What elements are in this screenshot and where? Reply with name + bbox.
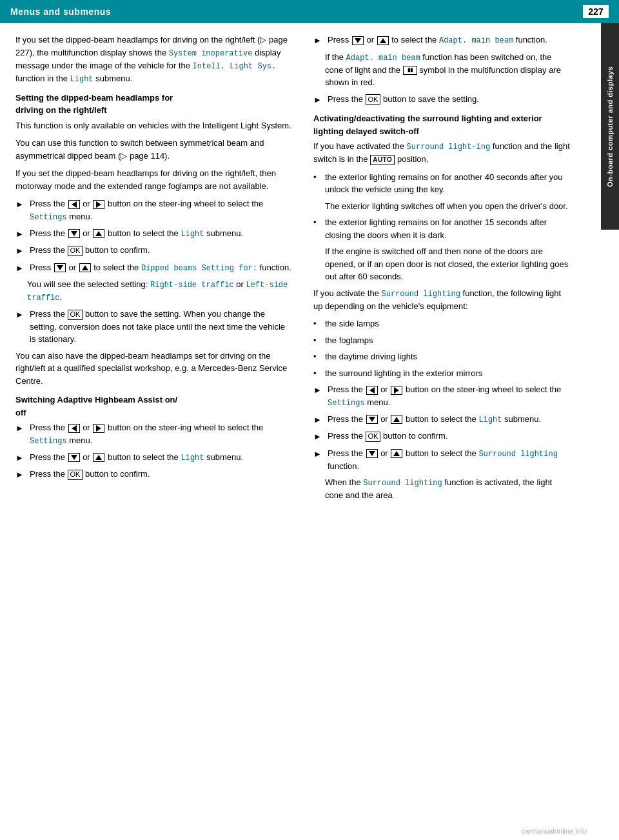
bullet-light-r1: ► Press the or button to select the Ligh… bbox=[313, 413, 571, 426]
section3-p2: If you activate the Surround lighting fu… bbox=[313, 287, 571, 313]
mono-surround-4: Surround lighting bbox=[363, 479, 442, 488]
arrow-icon-r2: ► bbox=[313, 94, 325, 106]
header-title: Menus and submenus bbox=[10, 6, 111, 17]
section1-p1: This function is only available on vehic… bbox=[15, 119, 293, 132]
arrow-icon-r5: ► bbox=[313, 430, 325, 443]
right-button-icon-r1 bbox=[391, 386, 402, 395]
section1-p4: You can also have the dipped-beam headla… bbox=[15, 350, 293, 388]
mono-right-traffic: Right-side traffic bbox=[150, 281, 234, 290]
ok-button-icon-1: OK bbox=[68, 246, 83, 256]
up-button-icon-r2 bbox=[391, 415, 402, 424]
arrow-icon-r6: ► bbox=[313, 448, 325, 473]
bullet-ok-2: ► Press the OK button to confirm. bbox=[15, 468, 293, 481]
bullet-dot-6: • bbox=[313, 367, 322, 380]
main-content: If you set the dipped-beam headlamps for… bbox=[0, 23, 619, 840]
section2-heading: Switching Adaptive Highbeam Assist on/of… bbox=[15, 394, 293, 419]
section3-p1: If you have activated the Surround light… bbox=[313, 140, 571, 166]
mono-light-1: Light bbox=[70, 75, 93, 84]
arrow-icon-2: ► bbox=[15, 228, 27, 241]
right-column: ► Press or to select the Adapt. main bea… bbox=[303, 34, 600, 840]
ok-button-icon-3: OK bbox=[68, 470, 83, 480]
bullet-adapt-beam: ► Press or to select the Adapt. main bea… bbox=[313, 34, 571, 47]
up-button-icon-1 bbox=[93, 229, 104, 238]
up-button-icon-r3 bbox=[391, 449, 402, 458]
header-bar: Menus and submenus 227 bbox=[0, 0, 619, 23]
bullet-dot-2: • bbox=[313, 216, 322, 241]
bullet-steer-settings-r1: ► Press the or button on the steer-ing w… bbox=[313, 383, 571, 409]
down-button-icon-3 bbox=[68, 453, 80, 462]
bullet-ok-save-r1: ► Press the OK button to save the settin… bbox=[313, 93, 571, 106]
mono-adapt-main: Adapt. main beam bbox=[439, 36, 513, 45]
mono-light-3: Light bbox=[181, 454, 204, 463]
side-tab: On-board computer and displays bbox=[601, 23, 619, 230]
bullet-light-2: ► Press the or button to select the Ligh… bbox=[15, 451, 293, 465]
intro-paragraph: If you set the dipped-beam headlamps for… bbox=[15, 34, 293, 85]
indent-surround-end: When the Surround lighting function is a… bbox=[313, 476, 571, 502]
ok-button-icon-r2: OK bbox=[366, 432, 381, 442]
arrow-icon-8: ► bbox=[15, 468, 27, 481]
arrow-icon-r1: ► bbox=[313, 34, 325, 47]
indent-traffic: You will see the selected setting: Right… bbox=[15, 278, 293, 304]
bullet-dipped: ► Press or to select the Dipped beams Se… bbox=[15, 261, 293, 275]
up-button-icon-r1 bbox=[377, 36, 389, 45]
right-button-icon-2 bbox=[93, 424, 104, 433]
section3-heading: Activating/deactivating the surround lig… bbox=[313, 112, 571, 137]
arrow-icon-1: ► bbox=[15, 198, 27, 223]
down-button-icon-2 bbox=[54, 263, 66, 272]
bullet-steer-settings-2: ► Press the or button on the steer-ing w… bbox=[15, 421, 293, 447]
ok-button-icon-r1: OK bbox=[366, 94, 381, 105]
down-button-icon-1 bbox=[68, 229, 80, 238]
mono-light-r1: Light bbox=[478, 415, 502, 425]
section1-p2: You can use this function to switch betw… bbox=[15, 137, 293, 162]
page-number: 227 bbox=[583, 5, 609, 18]
left-button-icon-r1 bbox=[366, 386, 378, 395]
bullet-dot-1: • bbox=[313, 171, 322, 196]
bullet-daytime: • the daytime driving lights bbox=[313, 350, 571, 363]
arrow-icon-r4: ► bbox=[313, 414, 325, 426]
left-button-icon-2 bbox=[68, 424, 80, 433]
bullet-dot-3: • bbox=[313, 317, 322, 330]
mono-settings-1: Settings bbox=[30, 213, 67, 222]
mono-dipped: Dipped beams Setting for: bbox=[141, 264, 257, 273]
down-button-icon-r3 bbox=[366, 449, 378, 458]
mono-adapt-main-2: Adapt. main beam bbox=[346, 54, 420, 63]
mono-surround-1: Surround light-ing bbox=[407, 143, 491, 152]
mono-system-inoperative: System inoperative bbox=[169, 49, 253, 58]
arrow-icon-7: ► bbox=[15, 452, 27, 465]
left-button-icon bbox=[68, 200, 80, 209]
arrow-icon-r3: ► bbox=[313, 384, 325, 409]
bullet-exterior-15: • the exterior lighting remains on for a… bbox=[313, 216, 571, 241]
arrow-icon-5: ► bbox=[15, 308, 27, 346]
mono-intell-light: Intell. Light Sys. bbox=[193, 62, 277, 71]
bullet-dot-5: • bbox=[313, 350, 322, 363]
down-button-icon-r2 bbox=[366, 415, 378, 424]
bullet-side-lamps: • the side lamps bbox=[313, 317, 571, 330]
section1-heading: Setting the dipped-beam headlamps fordri… bbox=[15, 92, 293, 117]
bullet-ok-save-1: ► Press the OK button to save the settin… bbox=[15, 308, 293, 346]
arrow-icon-6: ► bbox=[15, 422, 27, 447]
arrow-icon-3: ► bbox=[15, 245, 27, 257]
auto-icon: AUTO bbox=[370, 155, 395, 165]
watermark: carmanualonline.info bbox=[521, 827, 587, 835]
up-button-icon-2 bbox=[79, 263, 91, 272]
bullet-ok-1: ► Press the OK button to confirm. bbox=[15, 244, 293, 257]
right-button-icon bbox=[93, 200, 104, 209]
indent-engine-off: If the engine is switched off and then n… bbox=[313, 245, 571, 283]
arrow-icon-4: ► bbox=[15, 262, 27, 275]
indent-exterior-door: The exterior lighting switches off when … bbox=[313, 200, 571, 213]
mono-settings-r1: Settings bbox=[328, 399, 365, 408]
bullet-dot-4: • bbox=[313, 334, 322, 347]
bullet-ok-r1: ► Press the OK button to confirm. bbox=[313, 430, 571, 443]
bullet-light-1: ► Press the or button to select the Ligh… bbox=[15, 227, 293, 241]
display-symbol-icon: ▮▮ bbox=[403, 66, 417, 75]
up-button-icon-3 bbox=[93, 453, 104, 462]
ok-button-icon-2: OK bbox=[68, 310, 83, 320]
mono-surround-2: Surround lighting bbox=[382, 290, 460, 299]
bullet-surround-select: ► Press the or button to select the Surr… bbox=[313, 447, 571, 473]
indent-adapt-beam: If the Adapt. main beam function has bee… bbox=[313, 51, 571, 89]
down-button-icon-r1 bbox=[352, 36, 364, 45]
mono-light-2: Light bbox=[181, 230, 204, 239]
bullet-exterior-40: • the exterior lighting remains on for a… bbox=[313, 171, 571, 196]
bullet-foglamps: • the foglamps bbox=[313, 334, 571, 347]
left-column: If you set the dipped-beam headlamps for… bbox=[0, 34, 303, 840]
